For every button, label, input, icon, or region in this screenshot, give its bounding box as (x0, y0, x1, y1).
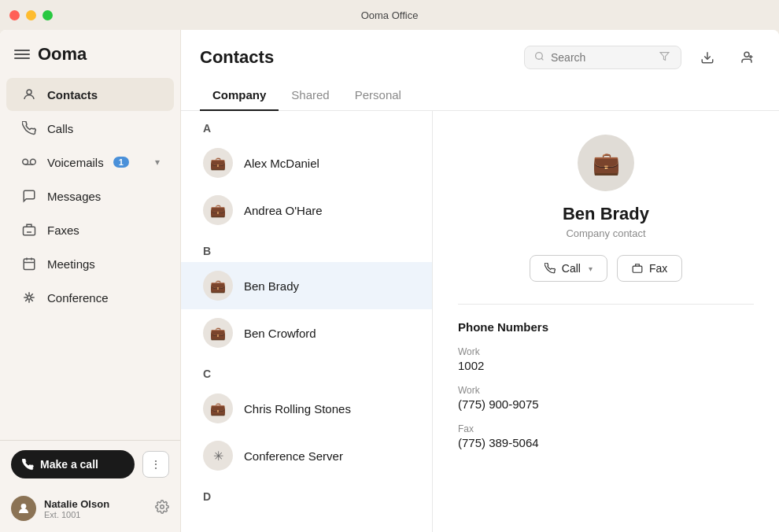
close-button[interactable] (9, 10, 20, 20)
phone-type-1: Work (458, 346, 754, 357)
detail-avatar: 💼 (578, 135, 634, 191)
content-split: A 💼 Alex McDaniel 💼 Andrea O'Hare B (181, 111, 779, 532)
detail-actions: Call ▾ Fax (530, 255, 682, 282)
detail-contact-subtitle: Company contact (566, 227, 645, 239)
conference-asterisk-icon: ✳ (213, 449, 223, 464)
sidebar-item-calls[interactable]: Calls (6, 112, 174, 145)
meetings-icon (20, 255, 38, 272)
main-content: Contacts Company Shared Personal (181, 30, 779, 532)
tab-personal[interactable]: Personal (342, 80, 414, 111)
traffic-lights (9, 10, 53, 20)
faxes-icon (20, 221, 38, 238)
call-button[interactable]: Call ▾ (530, 255, 607, 282)
svg-line-17 (25, 299, 28, 301)
svg-rect-4 (24, 227, 35, 235)
svg-line-15 (31, 299, 33, 301)
phone-entry-2: Work (775) 900-9075 (458, 385, 754, 411)
contact-name: Ben Brady (244, 279, 299, 293)
svg-point-20 (536, 53, 543, 60)
sidebar-nav: Contacts Calls Voicemails 1 ▾ (0, 74, 180, 440)
sidebar-header: Ooma (0, 30, 180, 74)
sidebar-item-messages[interactable]: Messages (6, 179, 174, 212)
maximize-button[interactable] (42, 10, 53, 20)
svg-point-1 (23, 159, 28, 164)
contact-item-ben-brady[interactable]: 💼 Ben Brady (181, 262, 432, 309)
add-contact-icon[interactable] (733, 44, 760, 71)
svg-rect-5 (24, 259, 35, 270)
messages-label: Messages (47, 190, 101, 203)
user-info: Natalie Olson Ext. 1001 (44, 498, 109, 519)
make-call-button[interactable]: Make a call (11, 450, 135, 478)
conference-label: Conference (47, 291, 109, 305)
download-icon[interactable] (694, 44, 721, 71)
briefcase-icon: 💼 (210, 156, 226, 171)
sidebar-item-contacts[interactable]: Contacts (6, 78, 174, 111)
briefcase-icon: 💼 (210, 401, 226, 416)
tab-company[interactable]: Company (200, 80, 279, 111)
fax-label: Fax (649, 262, 667, 275)
contact-item-andrea[interactable]: 💼 Andrea O'Hare (181, 187, 432, 234)
contact-item-alex[interactable]: 💼 Alex McDaniel (181, 139, 432, 187)
phone-section: Phone Numbers Work 1002 Work (775) 900-9… (458, 304, 754, 462)
settings-icon[interactable] (155, 500, 169, 517)
phone-number-1: 1002 (458, 359, 754, 372)
detail-contact-name: Ben Brady (563, 204, 649, 224)
sidebar-item-conference[interactable]: Conference (6, 281, 174, 314)
svg-point-9 (28, 296, 31, 300)
minimize-button[interactable] (26, 10, 36, 20)
voicemail-badge: 1 (113, 157, 129, 168)
search-input[interactable] (551, 51, 653, 64)
contact-item-conference-server[interactable]: ✳ Conference Server (181, 432, 432, 479)
phone-entry-1: Work 1002 (458, 346, 754, 372)
user-name: Natalie Olson (44, 498, 109, 510)
contact-avatar: 💼 (203, 318, 233, 348)
window-title: Ooma Office (361, 9, 419, 21)
sidebar-footer: Make a call ⋮ (0, 440, 180, 488)
contact-avatar: 💼 (203, 271, 233, 301)
briefcase-icon: 💼 (210, 326, 226, 341)
user-extension: Ext. 1001 (44, 510, 109, 519)
make-call-label: Make a call (40, 458, 98, 471)
sidebar-item-meetings[interactable]: Meetings (6, 247, 174, 280)
sidebar-item-faxes[interactable]: Faxes (6, 213, 174, 246)
messages-icon (20, 187, 38, 205)
phone-number-3: (775) 389-5064 (458, 436, 754, 449)
sidebar-item-voicemails[interactable]: Voicemails 1 ▾ (6, 146, 174, 179)
contact-name: Andrea O'Hare (244, 204, 323, 217)
svg-point-24 (744, 52, 749, 57)
phone-type-3: Fax (458, 423, 754, 434)
user-avatar (11, 496, 36, 521)
search-icon (534, 51, 545, 64)
meetings-label: Meetings (47, 257, 95, 271)
hamburger-icon[interactable] (14, 46, 30, 62)
contact-name: Alex McDaniel (244, 157, 319, 170)
tab-shared[interactable]: Shared (279, 80, 342, 111)
svg-point-2 (31, 159, 36, 164)
section-header-b: B (181, 234, 432, 262)
section-header-c: C (181, 357, 432, 385)
more-options-button[interactable]: ⋮ (142, 451, 169, 478)
call-label: Call (562, 262, 581, 275)
briefcase-icon: 💼 (210, 203, 226, 218)
svg-point-19 (161, 505, 164, 509)
filter-icon[interactable] (659, 51, 670, 64)
svg-line-21 (541, 58, 543, 60)
user-info-bar: Natalie Olson Ext. 1001 (0, 488, 180, 532)
voicemail-icon (20, 153, 38, 171)
contact-avatar: ✳ (203, 441, 233, 471)
voicemails-label: Voicemails (47, 156, 104, 169)
sidebar: Ooma Contacts Calls Vo (0, 30, 181, 532)
contact-name: Ben Crowford (244, 327, 316, 340)
conference-icon (20, 289, 38, 306)
phone-type-2: Work (458, 385, 754, 396)
contact-avatar: 💼 (203, 393, 233, 423)
app-container: Ooma Contacts Calls Vo (0, 30, 779, 532)
contact-item-ben-crowford[interactable]: 💼 Ben Crowford (181, 309, 432, 357)
fax-button[interactable]: Fax (617, 255, 682, 282)
call-chevron-icon: ▾ (589, 264, 593, 273)
phone-number-2: (775) 900-9075 (458, 397, 754, 411)
contact-item-chris[interactable]: 💼 Chris Rolling Stones (181, 385, 432, 432)
brand-name: Ooma (38, 44, 87, 65)
contacts-label: Contacts (47, 88, 98, 102)
svg-line-16 (31, 294, 33, 296)
